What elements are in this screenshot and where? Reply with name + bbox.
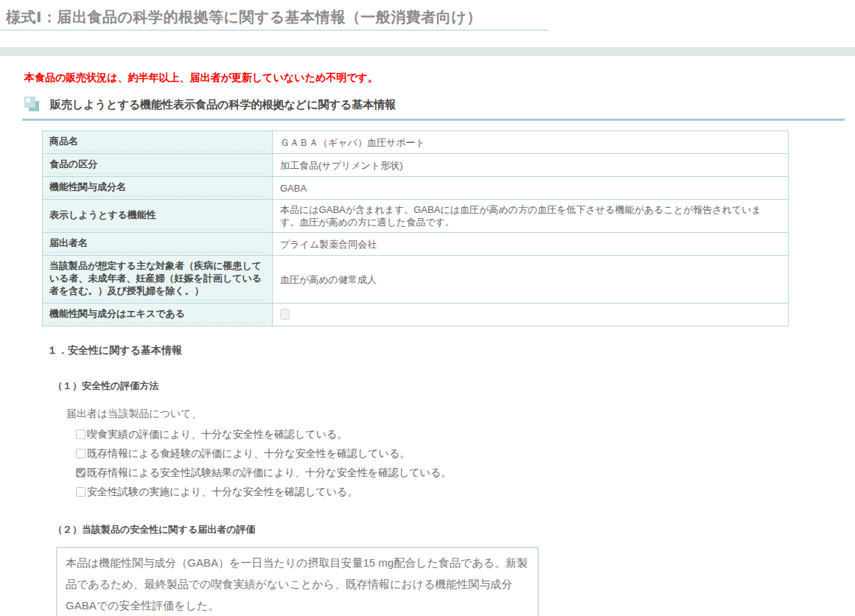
option-checkbox[interactable]	[76, 487, 86, 497]
safety-method-intro: 届出者は当該製品について、	[66, 407, 855, 421]
top-divider-bar	[0, 47, 855, 56]
option-label: 喫食実績の評価により、十分な安全性を確認している。	[87, 428, 347, 440]
row-value: ＧＡＢＡ（ギャバ）血圧サポート	[273, 131, 789, 154]
option-checkbox[interactable]	[76, 468, 86, 477]
row-label: 食品の区分	[43, 154, 273, 177]
option-checkbox[interactable]	[76, 449, 86, 458]
safety-option: 安全性試験の実施により、十分な安全性を確認している。	[76, 482, 855, 501]
option-label: 安全性試験の実施により、十分な安全性を確認している。	[87, 486, 357, 497]
safety-section-heading: １．安全性に関する基本情報	[47, 344, 855, 357]
safety-option: 既存情報による食経験の評価により、十分な安全性を確認している。	[76, 444, 855, 463]
row-label: 届出者名	[43, 233, 273, 256]
safety-method-heading: （１）安全性の評価方法	[53, 379, 855, 393]
extract-checkbox[interactable]	[280, 309, 290, 320]
option-label: 既存情報による安全性試験結果の評価により、十分な安全性を確認している。	[87, 466, 451, 478]
section-heading-label: 販売しようとする機能性表示食品の科学的根拠などに関する基本情報	[50, 98, 396, 112]
title-underline	[0, 29, 549, 31]
safety-options: 喫食実績の評価により、十分な安全性を確認している。既存情報による食経験の評価によ…	[76, 424, 855, 501]
table-row: 当該製品が想定する主な対象者（疾病に罹患している者、未成年者、妊産婦（妊娠を計画…	[43, 256, 789, 304]
row-value: GABA	[273, 177, 789, 200]
table-row: 機能性関与成分名GABA	[43, 177, 789, 200]
section-heading: 販売しようとする機能性表示食品の科学的根拠などに関する基本情報	[24, 97, 855, 113]
overlapping-squares-icon	[24, 97, 41, 113]
row-label: 当該製品が想定する主な対象者（疾病に罹患している者、未成年者、妊産婦（妊娠を計画…	[43, 256, 273, 304]
safety-evaluation-heading: （２）当該製品の安全性に関する届出者の評価	[53, 523, 855, 536]
page-title: 様式Ⅰ：届出食品の科学的根拠等に関する基本情報（一般消費者向け）	[6, 7, 855, 27]
row-label: 表示しようとする機能性	[43, 200, 273, 233]
row-value: プライム製薬合同会社	[273, 233, 789, 256]
row-value: 加工食品(サプリメント形状)	[273, 154, 789, 177]
table-row: 食品の区分加工食品(サプリメント形状)	[43, 154, 789, 177]
option-checkbox[interactable]	[76, 430, 86, 439]
row-value: 本品にはGABAが含まれます。GABAには血圧が高めの方の血圧を低下させる機能が…	[273, 200, 789, 233]
safety-evaluation-textbox[interactable]: 本品は機能性関与成分（GABA）を一日当たりの摂取目安量15 mg配合した食品で…	[56, 547, 539, 616]
row-label: 機能性関与成分名	[43, 177, 273, 200]
section-rule	[22, 119, 845, 121]
row-value: 血圧が高めの健常成人	[273, 256, 789, 304]
info-table-body: 商品名ＧＡＢＡ（ギャバ）血圧サポート食品の区分加工食品(サプリメント形状)機能性…	[43, 131, 789, 326]
option-label: 既存情報による食経験の評価により、十分な安全性を確認している。	[87, 447, 410, 459]
safety-option: 喫食実績の評価により、十分な安全性を確認している。	[76, 424, 855, 444]
safety-option: 既存情報による安全性試験結果の評価により、十分な安全性を確認している。	[76, 463, 855, 482]
row-label: 機能性関与成分はエキスである	[43, 304, 273, 326]
table-row: 機能性関与成分はエキスである	[43, 304, 789, 326]
table-row: 届出者名プライム製薬合同会社	[43, 233, 789, 256]
row-value	[273, 304, 789, 326]
basic-info-table: 商品名ＧＡＢＡ（ギャバ）血圧サポート食品の区分加工食品(サプリメント形状)機能性…	[42, 130, 789, 326]
table-row: 表示しようとする機能性本品にはGABAが含まれます。GABAには血圧が高めの方の…	[43, 200, 789, 233]
row-label: 商品名	[43, 131, 273, 154]
sales-status-warning: 本食品の販売状況は、約半年以上、届出者が更新していないため不明です。	[24, 71, 855, 85]
table-row: 商品名ＧＡＢＡ（ギャバ）血圧サポート	[43, 131, 789, 154]
